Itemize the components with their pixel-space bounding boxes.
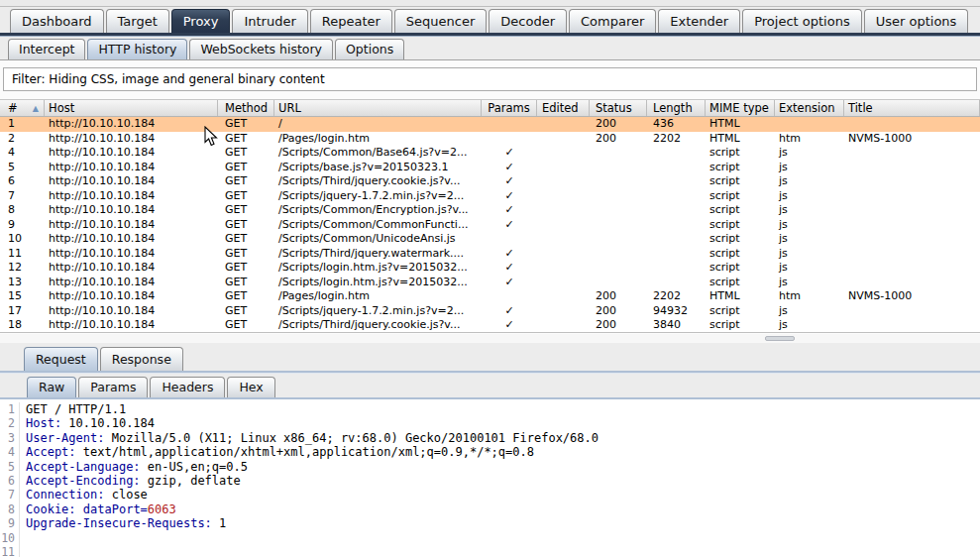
tab-request[interactable]: Request xyxy=(24,347,98,371)
request-raw-editor[interactable]: 1 GET / HTTP/1.1 2 Host: 10.10.10.184 3 … xyxy=(0,399,980,557)
cell-length xyxy=(647,247,706,262)
col-header-extension[interactable]: Extension xyxy=(775,100,844,116)
cell-params: ✓ xyxy=(482,247,537,262)
tab-raw[interactable]: Raw xyxy=(27,377,76,397)
cell-extension: js xyxy=(775,247,844,262)
cell-length xyxy=(647,146,706,161)
cell-status xyxy=(590,203,647,218)
table-row[interactable]: 4 http://10.10.10.184 GET /Scripts/Commo… xyxy=(0,146,980,161)
cell-status: 200 xyxy=(590,117,647,132)
col-header-number[interactable]: #▲ xyxy=(0,100,45,116)
line-text: Accept-Encoding: gzip, deflate xyxy=(20,474,241,488)
table-row[interactable]: 15 http://10.10.10.184 GET /Pages/login.… xyxy=(0,289,980,304)
splitter-handle[interactable] xyxy=(765,336,795,341)
cell-params: ✓ xyxy=(482,146,537,161)
col-header-title[interactable]: Title xyxy=(844,100,980,116)
line-text: Accept-Language: en-US,en;q=0.5 xyxy=(20,460,248,474)
table-row[interactable]: 10 http://10.10.10.184 GET /Scripts/Comm… xyxy=(0,232,980,247)
cell-mime-type: script xyxy=(706,146,775,161)
cell-title xyxy=(844,276,980,290)
menu-bar-strip xyxy=(0,0,980,7)
tab-sequencer[interactable]: Sequencer xyxy=(394,9,487,33)
cell-host: http://10.10.10.184 xyxy=(45,174,218,189)
cell-number: 17 xyxy=(0,304,45,319)
cell-length xyxy=(647,276,706,290)
tab-websockets-history[interactable]: WebSockets history xyxy=(189,39,333,59)
tab-intruder[interactable]: Intruder xyxy=(232,9,307,33)
tab-response[interactable]: Response xyxy=(100,347,183,371)
cell-status xyxy=(590,232,647,247)
line-text: User-Agent: Mozilla/5.0 (X11; Linux x86_… xyxy=(20,431,599,445)
cell-extension xyxy=(775,117,844,132)
tab-target[interactable]: Target xyxy=(106,9,169,33)
cell-number: 18 xyxy=(0,318,45,333)
col-header-method[interactable]: Method xyxy=(218,100,274,116)
sort-ascending-icon: ▲ xyxy=(33,104,39,113)
cell-edited xyxy=(537,189,590,204)
cell-length xyxy=(647,232,706,247)
cell-extension: htm xyxy=(775,132,844,147)
cell-number: 1 xyxy=(0,117,45,132)
col-header-url[interactable]: URL xyxy=(274,100,482,116)
table-row[interactable]: 7 http://10.10.10.184 GET /Scripts/jquer… xyxy=(0,189,980,204)
cell-number: 9 xyxy=(0,218,45,233)
cell-extension: js xyxy=(775,174,844,189)
tab-comparer[interactable]: Comparer xyxy=(569,9,656,33)
table-row[interactable]: 8 http://10.10.10.184 GET /Scripts/Commo… xyxy=(0,203,980,218)
cell-edited xyxy=(537,304,590,319)
tab-proxy[interactable]: Proxy xyxy=(171,9,231,33)
tab-http-history[interactable]: HTTP history xyxy=(87,39,187,59)
table-row[interactable]: 5 http://10.10.10.184 GET /Scripts/base.… xyxy=(0,161,980,175)
tab-repeater[interactable]: Repeater xyxy=(310,9,392,33)
cell-length xyxy=(647,203,706,218)
cell-title xyxy=(844,203,980,218)
tab-dashboard[interactable]: Dashboard xyxy=(10,9,104,33)
table-row[interactable]: 2 http://10.10.10.184 GET /Pages/login.h… xyxy=(0,132,980,147)
cell-method: GET xyxy=(218,218,274,233)
tab-headers[interactable]: Headers xyxy=(150,377,225,397)
tab-user-options[interactable]: User options xyxy=(864,9,969,33)
tab-decoder[interactable]: Decoder xyxy=(489,9,567,33)
cell-host: http://10.10.10.184 xyxy=(45,304,218,319)
filter-bar[interactable]: Filter: Hiding CSS, image and general bi… xyxy=(3,67,977,91)
tab-project-options[interactable]: Project options xyxy=(742,9,862,33)
pane-splitter[interactable] xyxy=(0,334,980,343)
col-header-mime-type[interactable]: MIME type xyxy=(706,100,775,116)
table-row[interactable]: 1 http://10.10.10.184 GET / 200 436 HTML xyxy=(0,117,980,132)
line-number: 6 xyxy=(0,474,20,488)
cell-mime-type: HTML xyxy=(706,117,775,132)
cell-edited xyxy=(537,247,590,262)
table-row[interactable]: 11 http://10.10.10.184 GET /Scripts/Thir… xyxy=(0,247,980,262)
col-header-host[interactable]: Host xyxy=(45,100,218,116)
cell-host: http://10.10.10.184 xyxy=(45,218,218,233)
line-number: 9 xyxy=(0,516,20,530)
cell-length xyxy=(647,189,706,204)
cell-length xyxy=(647,161,706,175)
col-header-length[interactable]: Length xyxy=(647,100,706,116)
table-row[interactable]: 6 http://10.10.10.184 GET /Scripts/Third… xyxy=(0,174,980,189)
tab-options[interactable]: Options xyxy=(335,39,404,59)
cell-method: GET xyxy=(218,304,274,319)
cell-extension: js xyxy=(775,146,844,161)
cell-params xyxy=(482,232,537,247)
col-header-status[interactable]: Status xyxy=(590,100,647,116)
col-header-params[interactable]: Params xyxy=(482,100,537,116)
cell-mime-type: script xyxy=(706,247,775,262)
cell-status xyxy=(590,161,647,175)
table-row[interactable]: 12 http://10.10.10.184 GET /Scripts/logi… xyxy=(0,261,980,276)
cell-url: /Scripts/Common/CommonFuncti... xyxy=(274,218,482,233)
line-number: 5 xyxy=(0,460,20,474)
tab-hex[interactable]: Hex xyxy=(227,377,274,397)
col-header-edited[interactable]: Edited xyxy=(537,100,590,116)
tab-intercept[interactable]: Intercept xyxy=(8,39,85,59)
table-row[interactable]: 18 http://10.10.10.184 GET /Scripts/Thir… xyxy=(0,318,980,333)
line-text xyxy=(20,545,26,557)
table-row[interactable]: 9 http://10.10.10.184 GET /Scripts/Commo… xyxy=(0,218,980,233)
tab-params[interactable]: Params xyxy=(78,377,148,397)
cell-method: GET xyxy=(218,174,274,189)
cell-method: GET xyxy=(218,276,274,290)
cell-number: 12 xyxy=(0,261,45,276)
table-row[interactable]: 17 http://10.10.10.184 GET /Scripts/jque… xyxy=(0,304,980,319)
table-row[interactable]: 13 http://10.10.10.184 GET /Scripts/logi… xyxy=(0,276,980,290)
tab-extender[interactable]: Extender xyxy=(658,9,740,33)
